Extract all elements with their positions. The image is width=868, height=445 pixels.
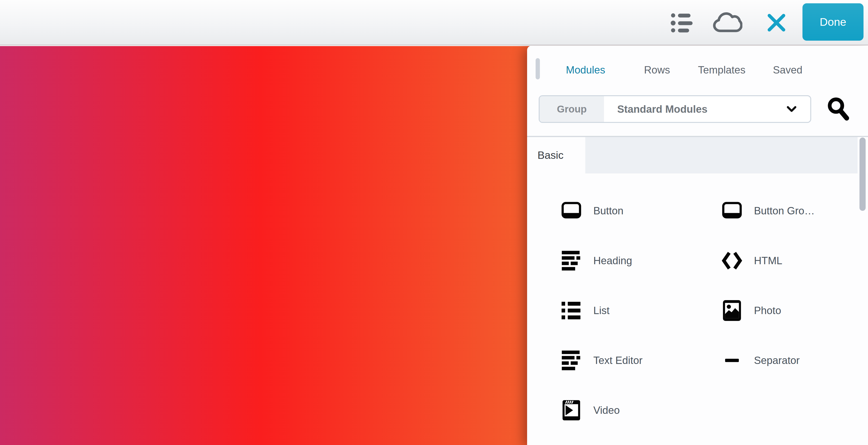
- module-item-list[interactable]: List: [560, 285, 721, 335]
- module-item-button[interactable]: Button: [560, 186, 721, 236]
- text-editor-icon: [560, 349, 583, 372]
- separator-icon: [721, 349, 743, 372]
- module-label: List: [593, 305, 610, 316]
- group-filter-value: Standard Modules: [604, 96, 810, 122]
- section-tab-basic[interactable]: Basic: [527, 137, 585, 173]
- module-section-bar: Basic: [527, 136, 868, 173]
- group-filter-label: Group: [539, 96, 604, 122]
- module-label: HTML: [754, 255, 782, 267]
- module-label: Button: [593, 205, 623, 217]
- module-label: Separator: [754, 354, 800, 366]
- module-item-heading[interactable]: Heading: [560, 236, 721, 285]
- button-icon: [560, 200, 583, 222]
- chevron-down-icon: [786, 96, 797, 122]
- module-item-html[interactable]: HTML: [721, 236, 868, 285]
- close-icon[interactable]: [767, 12, 786, 33]
- search-icon[interactable]: [824, 95, 852, 123]
- group-filter-select[interactable]: Group Standard Modules: [539, 95, 811, 123]
- tab-templates[interactable]: Templates: [698, 64, 745, 76]
- module-item-separator[interactable]: Separator: [721, 335, 868, 385]
- cloud-icon[interactable]: [712, 9, 743, 36]
- photo-icon: [721, 299, 743, 322]
- top-toolbar: Done: [0, 0, 868, 45]
- module-item-video[interactable]: Video: [560, 385, 721, 435]
- module-label: Photo: [754, 305, 781, 316]
- tab-rows[interactable]: Rows: [644, 64, 670, 76]
- module-label: Text Editor: [593, 354, 643, 366]
- video-icon: [560, 399, 583, 421]
- heading-icon: [560, 249, 583, 272]
- button-group-icon: [721, 200, 743, 222]
- done-button[interactable]: Done: [803, 3, 864, 41]
- panel-scrollbar[interactable]: [860, 138, 866, 211]
- module-item-button-group[interactable]: Button Gro…: [721, 186, 868, 236]
- list-icon: [560, 299, 583, 322]
- panel-drag-handle[interactable]: [536, 58, 540, 79]
- tab-modules[interactable]: Modules: [566, 64, 605, 76]
- module-label: Button Gro…: [754, 205, 815, 217]
- panel-tabs: Modules Rows Templates Saved: [566, 62, 803, 78]
- module-label: Heading: [593, 255, 632, 267]
- module-label: Video: [593, 404, 620, 416]
- outline-icon[interactable]: [670, 11, 694, 35]
- section-bar-filler: [585, 137, 858, 173]
- module-item-photo[interactable]: Photo: [721, 285, 868, 335]
- html-icon: [721, 249, 743, 272]
- content-panel: Modules Rows Templates Saved Group Stand…: [527, 46, 868, 445]
- module-item-text-editor[interactable]: Text Editor: [560, 335, 721, 385]
- tab-saved[interactable]: Saved: [773, 64, 803, 76]
- modules-grid: ButtonButton Gro…HeadingHTMLListPhotoTex…: [527, 173, 868, 445]
